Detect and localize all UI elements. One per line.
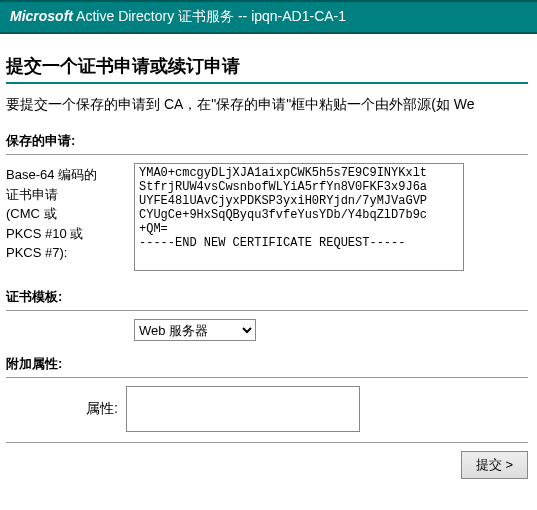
attributes-row: 属性:	[6, 386, 537, 432]
template-row: Web 服务器	[6, 319, 537, 341]
saved-request-rule	[6, 154, 528, 155]
product-name: Active Directory 证书服务 -- ipqn-AD1-CA-1	[73, 8, 346, 24]
template-label: 证书模板:	[6, 288, 537, 306]
submit-rule	[6, 442, 528, 443]
saved-request-label: 保存的申请:	[6, 132, 537, 150]
page-header: Microsoft Active Directory 证书服务 -- ipqn-…	[0, 0, 537, 34]
attributes-rule	[6, 377, 528, 378]
certificate-template-select[interactable]: Web 服务器	[134, 319, 256, 341]
title-divider	[6, 82, 528, 84]
page-title: 提交一个证书申请或续订申请	[6, 54, 537, 78]
page-content: 提交一个证书申请或续订申请 要提交一个保存的申请到 CA，在"保存的申请"框中粘…	[0, 34, 537, 479]
attributes-label: 附加属性:	[6, 355, 537, 373]
template-rule	[6, 310, 528, 311]
brand-name: Microsoft	[10, 8, 73, 24]
submit-button[interactable]: 提交 >	[461, 451, 528, 479]
template-spacer	[6, 319, 134, 321]
attributes-textarea[interactable]	[126, 386, 360, 432]
encoding-label: Base-64 编码的 证书申请 (CMC 或 PKCS #10 或 PKCS …	[6, 163, 134, 263]
attributes-field-label: 属性:	[6, 400, 126, 418]
certificate-request-textarea[interactable]	[134, 163, 464, 271]
intro-text: 要提交一个保存的申请到 CA，在"保存的申请"框中粘贴一个由外部源(如 We	[6, 96, 537, 114]
submit-row: 提交 >	[6, 451, 528, 479]
saved-request-row: Base-64 编码的 证书申请 (CMC 或 PKCS #10 或 PKCS …	[6, 163, 537, 274]
